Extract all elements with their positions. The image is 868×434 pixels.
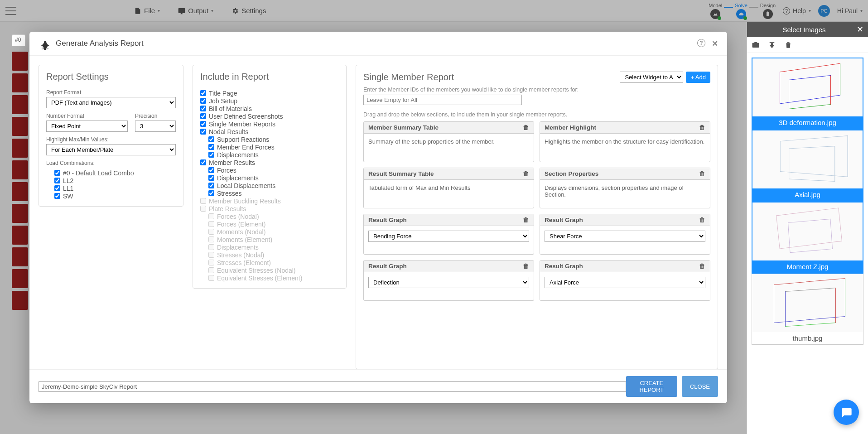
image-item[interactable]: Moment Z.jpg [752,202,863,274]
intercom-chat-button[interactable] [834,400,859,425]
format-select[interactable]: PDF (Text and Images) [46,97,176,108]
report-widget[interactable]: Result Graph🗑Shear Force [540,214,710,255]
image-item[interactable]: thumb.jpg [752,274,863,345]
load-combo-item[interactable]: LL1 [54,184,176,192]
format-label: Report Format [46,89,176,96]
checkbox [208,221,214,227]
checkbox[interactable] [200,129,206,135]
precision-select[interactable]: 3 [135,121,176,132]
create-report-button[interactable]: CREATE REPORT [626,376,677,397]
report-widget[interactable]: Section Properties🗑Displays dimensions, … [540,168,710,208]
filename-input[interactable] [39,381,626,392]
trash-icon[interactable]: 🗑 [699,170,705,177]
checkbox[interactable] [200,113,206,119]
widget-title: Member Highlight [545,124,596,131]
add-widget-button[interactable]: + Add [686,72,710,83]
checkbox[interactable] [200,106,206,111]
trash-icon[interactable]: 🗑 [523,124,529,131]
trash-icon[interactable]: 🗑 [699,217,705,223]
checkbox [208,252,214,258]
checkbox[interactable] [200,159,206,165]
checkbox[interactable] [54,170,60,176]
trash-icon[interactable]: 🗑 [699,124,705,131]
widget-select[interactable]: Select Widget to Add [620,72,683,83]
load-combo-item[interactable]: SW [54,192,176,200]
modal-close-icon[interactable]: ✕ [712,39,718,48]
widget-title: Result Summary Table [368,170,434,177]
include-item[interactable]: Member End Forces [208,143,339,151]
include-item[interactable]: Bill of Materials [200,105,339,112]
trash-icon[interactable]: 🗑 [523,170,529,177]
include-item[interactable]: Single Member Reports [200,120,339,128]
widget-grid: Member Summary Table🗑Summary of the setu… [363,121,710,301]
bg-block [12,291,28,310]
include-item[interactable]: Nodal Results [200,128,339,135]
report-widget[interactable]: Result Graph🗑Axial Force [540,260,710,301]
number-format-select[interactable]: Fixed Point [46,121,128,132]
include-item[interactable]: Stresses [208,189,339,197]
include-item[interactable]: User Defined Screenshots [200,112,339,120]
include-item[interactable]: Local Displacements [208,182,339,189]
image-item[interactable]: 3D deformation.jpg [752,58,863,130]
side-panel-title: Select Images [782,26,825,34]
include-item[interactable]: Support Reactions [208,135,339,143]
camera-icon[interactable] [752,41,760,49]
widget-title: Section Properties [545,170,598,177]
download-icon[interactable] [768,41,776,49]
image-item[interactable]: Axial.jpg [752,130,863,202]
trash-icon[interactable] [784,41,792,49]
widget-graph-select[interactable]: Bending Force [368,231,529,242]
modal-help-icon[interactable]: ? [697,39,705,47]
close-icon[interactable]: ✕ [857,24,863,34]
image-preview [752,58,863,116]
checkbox[interactable] [208,144,214,150]
checkbox[interactable] [208,175,214,181]
load-combo-item[interactable]: LL2 [54,177,176,184]
widget-graph-select[interactable]: Axial Force [545,277,705,288]
include-item[interactable]: Title Page [200,89,339,97]
side-panel-actions [747,37,868,53]
smr-panel: Single Member Report Select Widget to Ad… [356,65,718,369]
include-item[interactable]: Member Results [200,159,339,166]
report-widget[interactable]: Member Summary Table🗑Summary of the setu… [363,121,534,162]
include-item: Displacements [208,243,339,251]
report-widget[interactable]: Member Highlight🗑Highlights the member o… [540,121,710,162]
trash-icon[interactable]: 🗑 [523,217,529,223]
checkbox[interactable] [208,183,214,188]
include-item[interactable]: Forces [208,166,339,174]
highlight-select[interactable]: For Each Member/Plate [46,144,176,155]
widget-graph-select[interactable]: Deflection [368,277,529,288]
checkbox[interactable] [208,152,214,158]
checkbox[interactable] [200,98,206,104]
include-item[interactable]: Displacements [208,151,339,159]
checkbox[interactable] [208,190,214,196]
checkbox[interactable] [200,90,206,96]
report-widget[interactable]: Result Graph🗑Bending Force [363,214,534,255]
report-widget[interactable]: Result Graph🗑Deflection [363,260,534,301]
modal-footer: CREATE REPORT CLOSE [29,369,727,403]
checkbox[interactable] [200,121,206,127]
bg-block [12,139,28,158]
include-item[interactable]: Job Setup [200,97,339,105]
member-ids-input[interactable] [363,95,522,105]
load-combo-item[interactable]: #0 - Default Load Combo [54,169,176,177]
trash-icon[interactable]: 🗑 [699,263,705,270]
widget-graph-select[interactable]: Shear Force [545,231,705,242]
close-button[interactable]: CLOSE [682,376,718,397]
checkbox[interactable] [54,178,60,183]
image-preview [752,203,863,260]
report-widget[interactable]: Result Summary Table🗑Tabulated form of M… [363,168,534,208]
widget-title: Result Graph [368,263,407,270]
include-item: Moments (Nodal) [208,228,339,236]
chat-icon [840,406,853,419]
checkbox[interactable] [54,185,60,191]
modal-header: SkyCiv Generate Analysis Report ? ✕ [29,32,727,56]
include-item: Equivalent Stresses (Nodal) [208,266,339,274]
checkbox[interactable] [208,167,214,173]
trash-icon[interactable]: 🗑 [523,263,529,270]
checkbox[interactable] [54,193,60,199]
checkbox[interactable] [208,136,214,142]
bg-block [12,182,28,201]
include-item[interactable]: Displacements [208,174,339,182]
precision-label: Precision [135,113,176,119]
